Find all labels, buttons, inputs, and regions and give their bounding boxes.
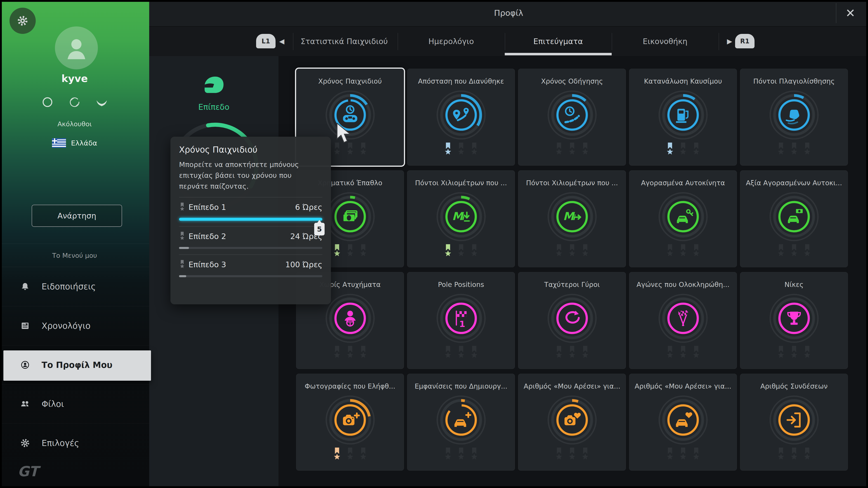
tab-bar: L1 ◀ Στατιστικά ΠαιχνιδιούΗμερολόγιοΕπιτ… bbox=[149, 26, 868, 56]
star-medal-icon bbox=[581, 244, 590, 258]
star-medal-icon bbox=[776, 244, 786, 258]
achievement-tile-12[interactable]: Pole Positions1 bbox=[407, 272, 515, 369]
star-medal-icon bbox=[691, 448, 701, 461]
races-completed-icon bbox=[656, 291, 710, 346]
tile-stars bbox=[296, 346, 404, 359]
gt-logo-icon: GT bbox=[10, 460, 46, 483]
tile-stars bbox=[296, 448, 404, 461]
achievement-tile-8[interactable]: Πόντοι Χιλιομέτρων που ...Mi bbox=[518, 170, 626, 267]
star-medal-icon bbox=[802, 346, 812, 359]
title-bar: Προφίλ ✕ bbox=[149, 0, 868, 26]
tab-1[interactable]: Στατιστικά Παιχνιδιού bbox=[291, 27, 398, 56]
achievement-tile-5[interactable]: Πόντοι Πλαγιολίσθησης bbox=[740, 69, 848, 166]
achievement-tile-13[interactable]: Ταχύτεροι Γύροι bbox=[518, 272, 626, 369]
achievement-tile-17[interactable]: Εμφανίσεις που Δημιουργ... bbox=[407, 374, 515, 470]
fuel-icon bbox=[656, 88, 710, 142]
level-value: 100 Ώρες bbox=[285, 260, 322, 269]
greece-flag-icon bbox=[52, 138, 66, 148]
star-medal-icon bbox=[581, 346, 590, 359]
fastest-lap-icon bbox=[545, 291, 599, 346]
tab-3[interactable]: Επιτεύγματα bbox=[505, 27, 612, 56]
tab-2[interactable]: Ημερολόγιο bbox=[398, 27, 504, 56]
sidebar-item-1[interactable]: Ειδοποιήσεις bbox=[0, 267, 149, 306]
profile-icon bbox=[19, 359, 31, 371]
star-medal-icon bbox=[776, 448, 786, 461]
tile-title: Πόντοι Χιλιομέτρων που ... bbox=[518, 179, 626, 187]
r1-bumper-icon[interactable]: R1 bbox=[735, 34, 754, 48]
post-button[interactable]: Ανάρτηση bbox=[32, 205, 122, 227]
car-value-icon bbox=[767, 190, 821, 244]
sidebar-item-2[interactable]: Χρονολόγιο bbox=[0, 306, 149, 345]
star-medal-icon bbox=[359, 346, 368, 359]
tile-stars bbox=[518, 244, 626, 258]
tab-prev-arrow-icon[interactable]: ◀ bbox=[279, 27, 284, 56]
tile-title: Αριθμός Συνδέσεων bbox=[740, 382, 848, 390]
star-medal-icon bbox=[665, 244, 675, 258]
star-medal-icon bbox=[359, 142, 368, 156]
achievement-tile-9[interactable]: Αγορασμένα Αυτοκίνητα bbox=[629, 170, 737, 267]
sidebar-item-5[interactable]: Επιλογές bbox=[0, 423, 149, 462]
tile-stars bbox=[518, 142, 626, 156]
sidebar-item-label: Επιλογές bbox=[41, 438, 79, 448]
tile-title: Κατανάλωση Καυσίμου bbox=[629, 77, 737, 85]
close-button[interactable]: ✕ bbox=[839, 0, 862, 26]
svg-text:GT: GT bbox=[18, 463, 41, 480]
achievement-tile-7[interactable]: Πόντοι Χιλιομέτρων που ...Mi bbox=[407, 170, 515, 267]
sidebar-item-label: Φίλοι bbox=[41, 399, 64, 409]
tile-title: Χρόνος Οδήγησης bbox=[518, 77, 626, 85]
clean-race-icon bbox=[323, 291, 377, 346]
livery-likes-icon bbox=[656, 393, 710, 447]
star-medal-icon bbox=[581, 142, 590, 156]
star-medal-icon bbox=[359, 448, 368, 461]
achievement-tile-14[interactable]: Αγώνες που Ολοκληρώθη... bbox=[629, 272, 737, 369]
tile-stars bbox=[740, 448, 848, 461]
active-tab-underline bbox=[505, 53, 612, 55]
logins-icon bbox=[767, 393, 821, 447]
driving-time-icon bbox=[545, 88, 599, 142]
star-medal-icon bbox=[345, 346, 355, 359]
settings-gear-icon[interactable] bbox=[9, 8, 36, 34]
avatar[interactable] bbox=[55, 26, 98, 69]
star-medal-icon bbox=[802, 448, 812, 461]
tile-stars bbox=[518, 346, 626, 359]
level-progress-bar bbox=[179, 247, 322, 249]
tile-stars bbox=[740, 244, 848, 258]
tile-title: Νίκες bbox=[740, 281, 848, 289]
achievement-tile-16[interactable]: Φωτογραφίες που Ελήφθ... bbox=[296, 374, 404, 470]
achievement-tile-18[interactable]: Αριθμός «Μου Αρέσει» για... bbox=[518, 374, 626, 470]
sidebar-item-4[interactable]: Φίλοι bbox=[0, 384, 149, 423]
tile-stars bbox=[629, 448, 737, 461]
tab-separator bbox=[612, 33, 612, 50]
achievement-tile-19[interactable]: Αριθμός «Μου Αρέσει» για... bbox=[629, 374, 737, 470]
tab-next-arrow-icon[interactable]: ▶ bbox=[727, 27, 732, 56]
sidebar-menu: ΕιδοποιήσειςΧρονολόγιοΤο Προφίλ ΜουΦίλοι… bbox=[0, 267, 149, 462]
mileage-spent-icon: Mi bbox=[545, 190, 599, 244]
achievement-tile-10[interactable]: Αξία Αγορασμένων Αυτοκι... bbox=[740, 170, 848, 267]
star-medal-icon bbox=[554, 142, 564, 156]
medal-icon bbox=[179, 232, 185, 241]
tile-title: Αγορασμένα Αυτοκίνητα bbox=[629, 179, 737, 187]
achievement-tile-3[interactable]: Χρόνος Οδήγησης bbox=[518, 69, 626, 166]
achievement-tile-15[interactable]: Νίκες bbox=[740, 272, 848, 369]
timeline-icon bbox=[19, 320, 31, 332]
star-medal-icon bbox=[359, 244, 368, 258]
tile-title: Αριθμός «Μου Αρέσει» για... bbox=[518, 382, 626, 390]
achievement-tile-4[interactable]: Κατανάλωση Καυσίμου bbox=[629, 69, 737, 166]
star-medal-icon bbox=[802, 244, 812, 258]
tab-4[interactable]: Εικονοθήκη bbox=[612, 27, 719, 56]
achievements-grid: Χρόνος ΠαιχνιδιούΑπόσταση που ΔιανύθηκεΧ… bbox=[296, 69, 848, 470]
achievement-tile-2[interactable]: Απόσταση που Διανύθηκε bbox=[407, 69, 515, 166]
sidebar-item-3[interactable]: Το Προφίλ Μου bbox=[0, 345, 149, 384]
star-medal-icon bbox=[567, 346, 577, 359]
star-medal-icon bbox=[665, 448, 675, 461]
tooltip-level-row-1: Επίπεδο 16 Ώρες5 bbox=[179, 197, 322, 221]
star-medal-icon bbox=[776, 142, 786, 156]
achievement-tile-20[interactable]: Αριθμός Συνδέσεων bbox=[740, 374, 848, 470]
star-medal-icon bbox=[345, 244, 355, 258]
followers-label[interactable]: Ακόλουθοι bbox=[0, 120, 149, 128]
star-medal-icon bbox=[443, 244, 453, 258]
star-medal-icon bbox=[776, 346, 786, 359]
tile-stars bbox=[407, 448, 515, 461]
l1-bumper-icon[interactable]: L1 bbox=[256, 34, 276, 48]
wins-icon bbox=[767, 291, 821, 346]
